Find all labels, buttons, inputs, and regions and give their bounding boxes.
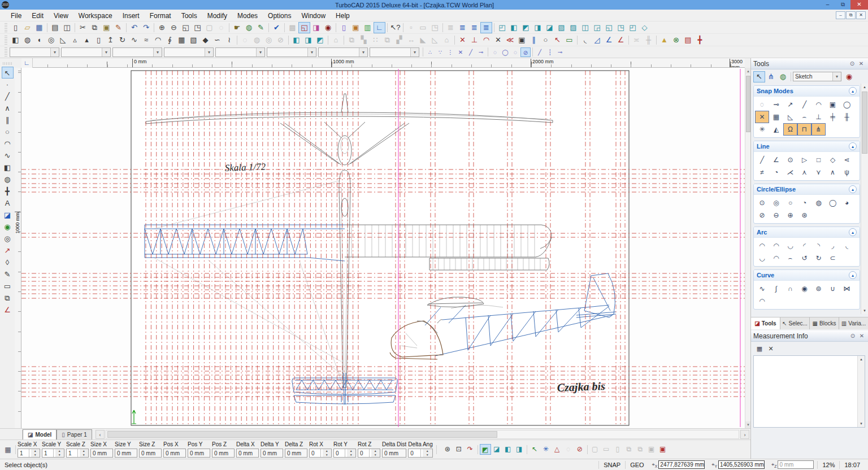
canvas-horizontal-scrollbar[interactable] <box>106 430 739 439</box>
marker-pen-icon[interactable]: ✎ <box>255 22 267 33</box>
field-input[interactable]: 1▲▼ <box>66 449 89 458</box>
field-input[interactable]: 0 mm <box>212 449 235 458</box>
geo-point-icon[interactable]: ∴ <box>425 47 435 57</box>
link-entity-icon[interactable]: ⊗ <box>670 34 682 46</box>
snap-nearest-icon[interactable]: ↗ <box>783 98 797 111</box>
box-tool-icon[interactable]: ◧ <box>2 162 14 173</box>
menu-item-file[interactable]: File <box>6 11 27 21</box>
field-input[interactable]: 0 mm <box>115 449 137 458</box>
line-parallel-icon[interactable]: ≠ <box>755 166 769 179</box>
panel-scrollbar[interactable]: ▴ ▾ <box>861 84 868 314</box>
section-header[interactable]: Snap Modes▴ <box>754 86 860 97</box>
zoom-out-icon[interactable]: ⊖ <box>168 22 180 33</box>
magnetic-point-icon[interactable]: ✳ <box>540 444 552 455</box>
send-to-plan-icon[interactable]: ◍ <box>243 22 255 33</box>
view-nw-icon[interactable]: ◱ <box>603 22 615 33</box>
close-icon[interactable]: ✕ <box>857 333 866 339</box>
zoom-level[interactable]: 12% <box>817 461 839 469</box>
open-icon[interactable]: ▱ <box>21 22 33 33</box>
line-wedge-icon[interactable]: ψ <box>840 166 854 179</box>
box-3d-icon[interactable]: ◧ <box>10 34 21 46</box>
curve-spiral-icon[interactable]: ⊚ <box>811 282 826 295</box>
segment-2-icon[interactable]: ┆ <box>545 47 555 57</box>
snap-face-icon[interactable]: ⌢ <box>797 111 811 123</box>
ellipse-fixed-icon[interactable]: ⊕ <box>783 209 797 221</box>
chevron-down-icon[interactable]: ▾ <box>410 48 419 56</box>
measurement-list[interactable]: ▴ ▾ <box>753 355 865 428</box>
spline-tool-icon[interactable]: ∿ <box>2 150 14 162</box>
loft-icon[interactable]: ≈ <box>140 34 152 46</box>
format-painter-icon[interactable]: ✎ <box>112 22 124 33</box>
brush-style-combo[interactable]: ▾ <box>164 47 214 57</box>
geo-tangent-icon[interactable]: ⊸ <box>476 47 486 57</box>
pin-icon[interactable]: ⊙ <box>848 333 857 339</box>
horizontal-ruler[interactable]: 0 mm 1000 mm 2000 mm 3000 mm <box>21 58 745 68</box>
close-icon[interactable]: ✕ <box>857 60 866 67</box>
line-tangent-from-icon[interactable]: ⋌ <box>783 166 797 179</box>
snap-vertex-icon[interactable]: ◺ <box>783 111 797 123</box>
degrade-selection-icon[interactable]: △ <box>552 444 563 455</box>
mdi-minimize-button[interactable]: – <box>836 11 845 19</box>
rect-region-icon[interactable]: ▭ <box>563 34 575 46</box>
selection-info-icon[interactable]: ⊡ <box>453 444 465 455</box>
field-input[interactable]: 0 mm <box>163 449 186 458</box>
field-input[interactable]: 0 mm <box>139 449 162 458</box>
restore-button[interactable]: ⧉ <box>835 0 850 10</box>
layer-combo[interactable]: ▾ <box>318 47 368 57</box>
point-tool-icon[interactable]: ∙ <box>2 79 14 90</box>
line-radial-icon[interactable]: ⊙ <box>783 154 797 166</box>
deform-icon[interactable]: ≀ <box>223 34 235 46</box>
quality-render-icon[interactable]: ≣ <box>468 22 480 33</box>
arc-concentric-icon[interactable]: ◠ <box>769 240 783 252</box>
line-polygon-icon[interactable]: ▷ <box>797 154 811 166</box>
select-crossing-icon[interactable]: ◪ <box>491 444 502 455</box>
arc-start-end-icon[interactable]: ◡ <box>783 240 797 252</box>
paste-icon[interactable]: ▣ <box>101 22 112 33</box>
facet-icon[interactable]: ◆ <box>199 34 211 46</box>
menu-item-edit[interactable]: Edit <box>27 11 49 21</box>
snap-free-icon[interactable]: ◌ <box>755 98 769 111</box>
menu-item-help[interactable]: Help <box>331 11 355 21</box>
smiley-render-icon[interactable]: ◉ <box>2 221 14 233</box>
spell-check-icon[interactable]: ✔ <box>271 22 283 33</box>
scroll-down-icon[interactable]: ▾ <box>861 307 868 314</box>
palette-tab-tools[interactable]: ◪Tools <box>751 317 780 329</box>
collapse-icon[interactable]: ▴ <box>849 228 857 236</box>
sphere-3d-icon[interactable]: ◍ <box>21 34 33 46</box>
hide-selection-icon[interactable]: ⊘ <box>574 444 585 455</box>
canvas-vertical-scrollbar[interactable]: ▲ ▼ <box>745 68 750 428</box>
snap-none-icon[interactable]: ✕ <box>755 111 769 123</box>
cone-icon[interactable]: ▵ <box>69 34 81 46</box>
angle-fillet-icon[interactable]: ∠ <box>603 34 615 46</box>
circle-tan-arc-icon[interactable]: ◍ <box>811 197 826 209</box>
zoom-in-icon[interactable]: ⊕ <box>156 22 168 33</box>
trim-icon[interactable]: ✕ <box>457 34 468 46</box>
menu-item-workspace[interactable]: Workspace <box>73 11 118 21</box>
color-bars-icon[interactable]: ▥ <box>362 22 374 33</box>
mdi-close-button[interactable]: ✕ <box>856 11 866 19</box>
arc-ccw-icon[interactable]: ↺ <box>797 252 811 264</box>
mdi-restore-button[interactable]: ⧉ <box>846 11 856 19</box>
line-tool-icon[interactable]: ╱ <box>2 90 14 102</box>
workplane-icon[interactable]: ◱ <box>298 22 310 33</box>
panel-snap-icon[interactable]: ⋔ <box>765 71 777 82</box>
curve-bezier-icon[interactable]: ∫ <box>769 282 783 295</box>
snap-midpoint-icon[interactable]: ╱ <box>797 98 811 111</box>
drawing-canvas[interactable]: Skala 1/72 Czajka bis <box>21 68 745 428</box>
cut-icon[interactable]: ✂ <box>77 22 89 33</box>
menu-item-modes[interactable]: Modes <box>232 11 263 21</box>
hidden-line-icon[interactable]: ≣ <box>457 22 468 33</box>
curve-mixed-icon[interactable]: ⋈ <box>840 282 854 295</box>
spinner-control[interactable]: ▲▼ <box>53 449 64 457</box>
section-header[interactable]: Arc▴ <box>754 227 860 238</box>
toolbar-grip[interactable] <box>3 62 12 65</box>
print-icon[interactable]: ▤ <box>49 22 61 33</box>
context-help-icon[interactable]: ↖? <box>389 22 401 33</box>
view-iso-icon[interactable]: ◧ <box>508 22 520 33</box>
field-input[interactable]: 0 mm <box>90 449 113 458</box>
menu-item-tools[interactable]: Tools <box>176 11 202 21</box>
ellipse-rotated-icon[interactable]: ⊖ <box>769 209 783 221</box>
toolbar-grip[interactable] <box>5 23 7 32</box>
curve-revision-cloud-icon[interactable]: ◉ <box>797 282 811 295</box>
text-tool-icon[interactable]: A <box>2 197 14 209</box>
